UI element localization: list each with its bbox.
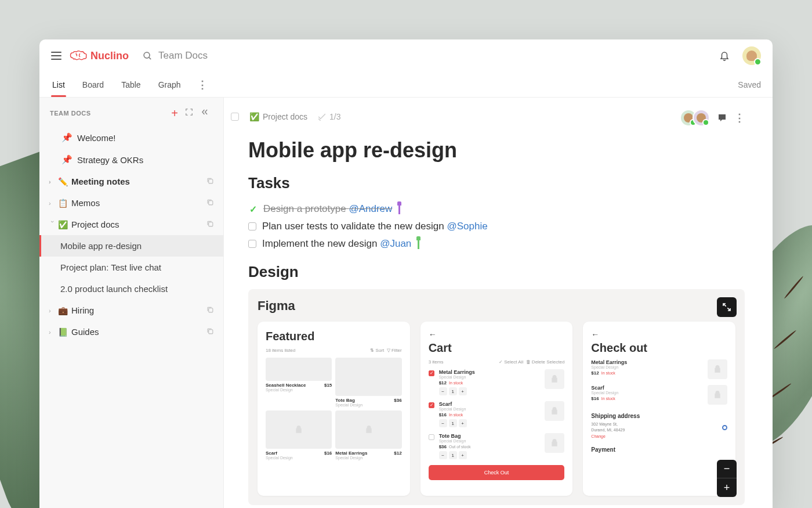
sidebar-folder-memos[interactable]: ›📋Memos	[39, 192, 223, 214]
collapse-sidebar-icon[interactable]	[197, 106, 213, 121]
task-item[interactable]: Implement the new design @Juan	[248, 235, 745, 253]
checkbox-icon[interactable]	[231, 113, 239, 121]
sidebar-title: TEAM DOCS	[50, 110, 168, 117]
sidebar-tree: 📌Welcome! 📌Strategy & OKRs ›✏️Meeting no…	[39, 127, 223, 508]
saved-status: Saved	[738, 80, 761, 89]
sidebar-folder-project-docs[interactable]: ›✅Project docs	[39, 214, 223, 235]
mockup-checkout: ← Check out Metal EarringsSpecial Design…	[583, 322, 735, 496]
task-item[interactable]: Plan user tests to validate the new desi…	[248, 218, 745, 235]
sidebar-item-mobile-redesign[interactable]: Mobile app re-design	[39, 235, 223, 257]
tab-list[interactable]: List	[51, 73, 66, 96]
search-icon	[143, 51, 153, 61]
add-page-icon[interactable]: +	[168, 107, 182, 120]
app-window: Nuclino Team Docs List Board Table Graph…	[39, 39, 773, 508]
sidebar-folder-guides[interactable]: ›📗Guides	[39, 321, 223, 343]
tab-table[interactable]: Table	[120, 73, 142, 96]
doc-title[interactable]: Mobile app re-design	[248, 138, 745, 163]
breadcrumb[interactable]: ✅Project docs	[249, 112, 307, 121]
tab-board[interactable]: Board	[81, 73, 105, 96]
sidebar-item-launch-checklist[interactable]: 2.0 product launch checklist	[39, 278, 223, 300]
app-name: Nuclino	[90, 50, 129, 62]
topbar: Nuclino Team Docs	[39, 39, 773, 72]
view-more-icon[interactable]: ⋮	[197, 78, 208, 91]
task-progress: 1/3	[318, 112, 340, 121]
mockup-cart: ← Cart 3 items✓ Select All 🗑 Delete Sele…	[420, 322, 573, 496]
tasks-heading: Tasks	[248, 174, 745, 192]
menu-icon[interactable]	[51, 52, 61, 60]
stack-icon	[206, 198, 214, 208]
task-checkbox-done[interactable]: ✓	[248, 205, 258, 213]
doc-more-icon[interactable]: ⋮	[734, 111, 745, 124]
mention[interactable]: @Sophie	[447, 221, 487, 232]
svg-rect-6	[209, 330, 213, 334]
zoom-in-icon[interactable]: +	[717, 478, 737, 497]
checkout-button: Check Out	[429, 465, 565, 480]
svg-line-1	[149, 57, 151, 59]
mockup-featured: Featured 18 items listed⇅ Sort ▽ Filter …	[258, 322, 410, 496]
task-item[interactable]: ✓ Design a prototype @Andrew	[248, 200, 745, 218]
figma-embed[interactable]: Figma −+ Featured 18 items listed⇅ Sort …	[248, 289, 745, 505]
mention[interactable]: @Andrew	[349, 203, 392, 214]
sidebar-folder-meeting-notes[interactable]: ›✏️Meeting notes	[39, 171, 223, 192]
stack-icon	[206, 176, 214, 186]
presence-cursor	[398, 204, 400, 214]
view-tabs: List Board Table Graph ⋮ Saved	[39, 72, 773, 98]
fullscreen-icon[interactable]	[717, 297, 737, 317]
sidebar-item-project-plan[interactable]: Project plan: Test live chat	[39, 257, 223, 278]
svg-rect-5	[209, 308, 213, 312]
task-checkbox[interactable]	[248, 240, 256, 248]
user-avatar[interactable]	[742, 46, 761, 65]
logo[interactable]: Nuclino	[70, 50, 129, 62]
tab-graph[interactable]: Graph	[157, 73, 182, 96]
design-heading: Design	[248, 263, 745, 281]
zoom-controls[interactable]: −+	[717, 460, 737, 497]
search-placeholder: Team Docs	[158, 50, 208, 62]
svg-rect-3	[209, 201, 213, 205]
svg-point-0	[144, 52, 150, 58]
sidebar-folder-hiring[interactable]: ›💼Hiring	[39, 300, 223, 321]
task-checkbox[interactable]	[248, 222, 256, 230]
comments-icon[interactable]	[717, 113, 727, 123]
sidebar-pinned-item[interactable]: 📌Strategy & OKRs	[39, 149, 223, 171]
presence-cursor	[418, 239, 419, 249]
brain-icon	[70, 50, 87, 62]
stack-icon	[206, 305, 214, 315]
search-input[interactable]: Team Docs	[143, 50, 711, 62]
presence-avatars[interactable]	[680, 109, 710, 127]
stack-icon	[206, 219, 214, 229]
sidebar: TEAM DOCS + 📌Welcome! 📌Strategy & OKRs ›…	[39, 98, 224, 508]
figma-label: Figma	[258, 298, 735, 314]
sidebar-pinned-item[interactable]: 📌Welcome!	[39, 127, 223, 149]
notifications-icon[interactable]	[719, 51, 730, 61]
zoom-out-icon[interactable]: −	[717, 460, 737, 478]
svg-rect-4	[209, 222, 213, 226]
stack-icon	[206, 327, 214, 337]
mention[interactable]: @Juan	[380, 238, 411, 249]
expand-icon[interactable]	[182, 106, 197, 121]
svg-rect-2	[209, 179, 213, 183]
document-main: ✅Project docs 1/3 ⋮ Mobile app re-design…	[224, 98, 773, 508]
